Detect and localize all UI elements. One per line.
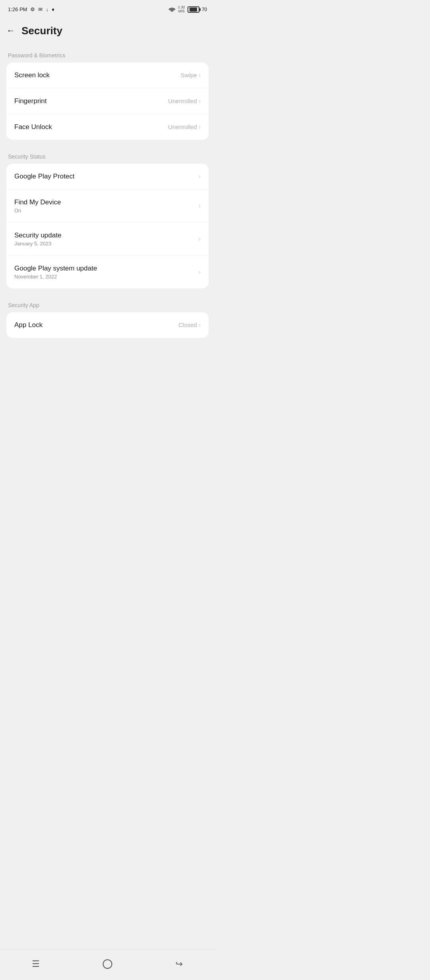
fingerprint-title: Fingerprint: [14, 97, 47, 105]
section-label-password-biometrics: Password & Biometrics: [0, 45, 215, 63]
face-unlock-title: Face Unlock: [14, 123, 52, 131]
card-security-status: Google Play Protect › Find My Device On …: [6, 164, 209, 288]
list-item-fingerprint[interactable]: Fingerprint Unenrolled ›: [6, 88, 209, 114]
app-lock-title: App Lock: [14, 321, 43, 329]
gear-icon: ⚙: [30, 6, 35, 12]
chevron-right-icon: ›: [199, 202, 201, 210]
wifi-icon: [168, 7, 176, 12]
item-right-google-play-system-update: ›: [199, 269, 201, 276]
chevron-right-icon: ›: [199, 269, 201, 276]
network-speed: 1.32M/S: [178, 6, 185, 14]
page-title: Security: [22, 25, 63, 37]
item-right-screen-lock: Swipe ›: [181, 72, 201, 79]
card-security-app: App Lock Closed ›: [6, 312, 209, 338]
item-left-google-play-system-update: Google Play system update November 1, 20…: [14, 265, 97, 280]
chevron-right-icon: ›: [199, 235, 201, 243]
item-left-face-unlock: Face Unlock: [14, 123, 52, 131]
item-left-app-lock: App Lock: [14, 321, 43, 329]
item-right-face-unlock: Unenrolled ›: [168, 123, 201, 131]
chevron-right-icon: ›: [199, 321, 201, 329]
section-label-security-status: Security Status: [0, 146, 215, 164]
face-unlock-value: Unenrolled: [168, 123, 197, 130]
chevron-right-icon: ›: [199, 98, 201, 105]
list-item-app-lock[interactable]: App Lock Closed ›: [6, 312, 209, 338]
mail-icon: ✉: [38, 6, 43, 12]
status-bar: 1:26 PM ⚙ ✉ ↓ ♦ 1.32M/S 70: [0, 0, 215, 17]
item-right-find-my-device: ›: [199, 202, 201, 210]
item-left-find-my-device: Find My Device On: [14, 198, 61, 214]
screen-lock-value: Swipe: [181, 72, 197, 78]
status-bar-left: 1:26 PM ⚙ ✉ ↓ ♦: [8, 6, 55, 12]
item-right-fingerprint: Unenrolled ›: [168, 98, 201, 105]
item-right-google-play-protect: ›: [199, 173, 201, 180]
item-left-google-play-protect: Google Play Protect: [14, 172, 74, 180]
google-play-protect-title: Google Play Protect: [14, 172, 74, 180]
back-button[interactable]: ←: [6, 25, 15, 36]
list-item-find-my-device[interactable]: Find My Device On ›: [6, 190, 209, 223]
app-lock-value: Closed: [178, 321, 197, 328]
list-item-google-play-system-update[interactable]: Google Play system update November 1, 20…: [6, 256, 209, 288]
fingerprint-value: Unenrolled: [168, 98, 197, 104]
download-icon: ↓: [46, 6, 49, 12]
chevron-right-icon: ›: [199, 72, 201, 79]
battery-fill: [190, 8, 197, 12]
time: 1:26 PM: [8, 6, 27, 12]
item-right-security-update: ›: [199, 235, 201, 243]
find-my-device-subtitle: On: [14, 208, 61, 214]
find-my-device-title: Find My Device: [14, 198, 61, 206]
page-header: ← Security: [0, 17, 215, 45]
security-update-title: Security update: [14, 231, 61, 239]
screen-lock-title: Screen lock: [14, 71, 50, 79]
status-bar-right: 1.32M/S 70: [168, 6, 207, 14]
chevron-right-icon: ›: [199, 123, 201, 131]
google-play-system-update-title: Google Play system update: [14, 265, 97, 272]
battery-icon: [188, 6, 199, 13]
cast-icon: ♦: [52, 6, 55, 12]
item-left-screen-lock: Screen lock: [14, 71, 50, 79]
card-password-biometrics: Screen lock Swipe › Fingerprint Unenroll…: [6, 63, 209, 140]
item-left-security-update: Security update January 5, 2023: [14, 231, 61, 247]
list-item-google-play-protect[interactable]: Google Play Protect ›: [6, 164, 209, 190]
battery-percent: 70: [202, 7, 207, 12]
section-label-security-app: Security App: [0, 295, 215, 312]
chevron-right-icon: ›: [199, 173, 201, 180]
google-play-system-update-subtitle: November 1, 2022: [14, 274, 97, 280]
item-left-fingerprint: Fingerprint: [14, 97, 47, 105]
list-item-security-update[interactable]: Security update January 5, 2023 ›: [6, 223, 209, 256]
item-right-app-lock: Closed ›: [178, 321, 201, 329]
list-item-screen-lock[interactable]: Screen lock Swipe ›: [6, 63, 209, 88]
security-update-subtitle: January 5, 2023: [14, 241, 61, 247]
list-item-face-unlock[interactable]: Face Unlock Unenrolled ›: [6, 114, 209, 140]
